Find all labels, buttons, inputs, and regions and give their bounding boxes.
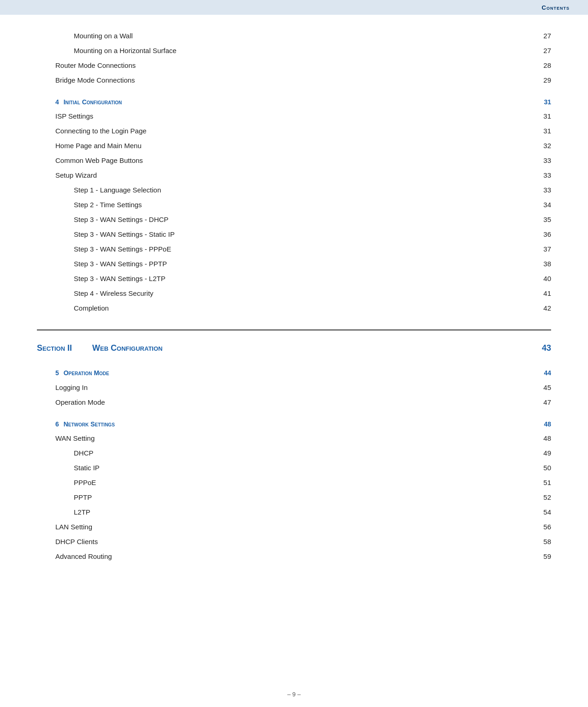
chapter5-heading: 5 Operation Mode 44 (37, 366, 551, 380)
header-contents-label: Contents (542, 4, 570, 11)
top-toc-entries: Mounting on a Wall 27 Mounting on a Hori… (37, 29, 551, 88)
section2-banner: Section II Web Configuration 43 (37, 340, 551, 357)
toc-row-lan-setting: LAN Setting 56 (37, 520, 551, 534)
toc-row-step3-pptp: Step 3 - WAN Settings - PPTP 38 (37, 257, 551, 271)
toc-row-wan-setting: WAN Setting 48 (37, 431, 551, 446)
toc-row-completion: Completion 42 (37, 301, 551, 316)
toc-row-connecting-login: Connecting to the Login Page 31 (37, 124, 551, 138)
toc-row-bridge-mode: Bridge Mode Connections 29 (37, 73, 551, 88)
chapter4-section: 4 Initial Configuration 31 ISP Settings … (37, 95, 551, 316)
toc-row-mounting-horizontal: Mounting on a Horizontal Surface 27 (37, 43, 551, 58)
chapter4-heading: 4 Initial Configuration 31 (37, 95, 551, 109)
header-bar: Contents (0, 0, 588, 15)
toc-row-step3-l2tp: Step 3 - WAN Settings - L2TP 40 (37, 271, 551, 286)
toc-row-mounting-wall: Mounting on a Wall 27 (37, 29, 551, 43)
toc-row-logging-in: Logging In 45 (37, 380, 551, 395)
toc-row-router-mode: Router Mode Connections 28 (37, 58, 551, 73)
toc-row-dhcp: DHCP 49 (37, 446, 551, 461)
toc-row-setup-wizard: Setup Wizard 33 (37, 168, 551, 183)
toc-row-pptp: PPTP 52 (37, 490, 551, 505)
section2-divider (37, 330, 551, 330)
chapter6-section: 6 Network Settings 48 WAN Setting 48 DHC… (37, 417, 551, 564)
page-number: – 9 – (287, 691, 301, 698)
toc-row-step2: Step 2 - Time Settings 34 (37, 198, 551, 212)
toc-row-step3-pppoe: Step 3 - WAN Settings - PPPoE 37 (37, 242, 551, 257)
toc-row-operation-mode: Operation Mode 47 (37, 395, 551, 410)
toc-row-advanced-routing: Advanced Routing 59 (37, 549, 551, 564)
toc-row-home-page: Home Page and Main Menu 32 (37, 138, 551, 153)
toc-row-step3-static: Step 3 - WAN Settings - Static IP 36 (37, 227, 551, 242)
chapter6-heading: 6 Network Settings 48 (37, 417, 551, 431)
toc-row-step1: Step 1 - Language Selection 33 (37, 183, 551, 198)
toc-row-step3-dhcp: Step 3 - WAN Settings - DHCP 35 (37, 212, 551, 227)
toc-row-l2tp: L2TP 54 (37, 505, 551, 520)
content-area: Mounting on a Wall 27 Mounting on a Hori… (0, 15, 588, 592)
toc-row-static-ip: Static IP 50 (37, 461, 551, 475)
toc-row-step4-wireless: Step 4 - Wireless Security 41 (37, 286, 551, 301)
toc-row-isp-settings: ISP Settings 31 (37, 109, 551, 124)
toc-row-pppoe: PPPoE 51 (37, 475, 551, 490)
footer: – 9 – (0, 691, 588, 698)
chapter5-section: 5 Operation Mode 44 Logging In 45 Operat… (37, 366, 551, 409)
toc-row-common-buttons: Common Web Page Buttons 33 (37, 153, 551, 168)
toc-row-dhcp-clients: DHCP Clients 58 (37, 534, 551, 549)
